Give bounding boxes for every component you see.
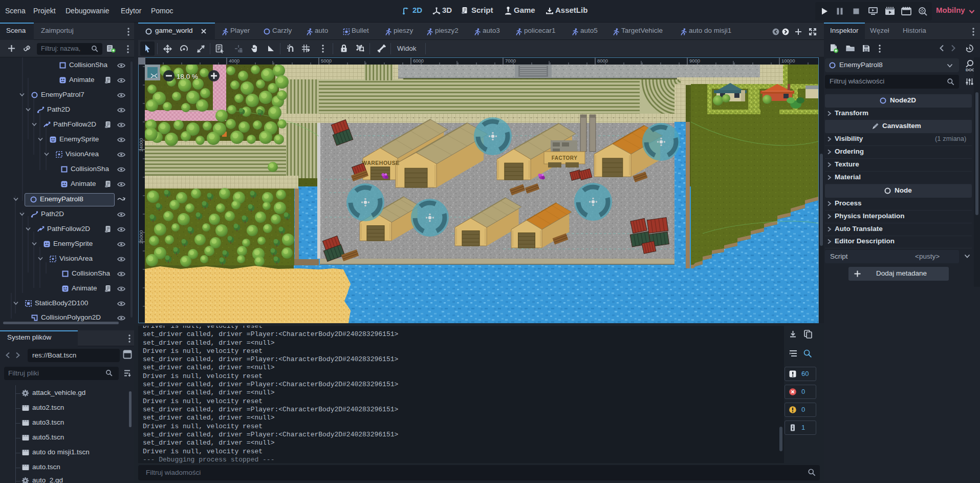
- svg-text:25000: 25000: [138, 230, 144, 244]
- svg-text:8000: 8000: [597, 58, 608, 64]
- svg-text:5000: 5000: [321, 58, 332, 64]
- svg-text:9000: 9000: [689, 58, 700, 64]
- svg-text:WAREHOUSE: WAREHOUSE: [362, 160, 399, 166]
- svg-text:10000: 10000: [781, 58, 795, 64]
- svg-text:7000: 7000: [505, 58, 516, 64]
- svg-text:4000: 4000: [229, 58, 239, 64]
- svg-text:6000: 6000: [413, 58, 424, 64]
- svg-text:18.0 %: 18.0 %: [177, 73, 198, 80]
- svg-text:24000: 24000: [138, 138, 144, 152]
- svg-text:FACTORY: FACTORY: [552, 155, 578, 161]
